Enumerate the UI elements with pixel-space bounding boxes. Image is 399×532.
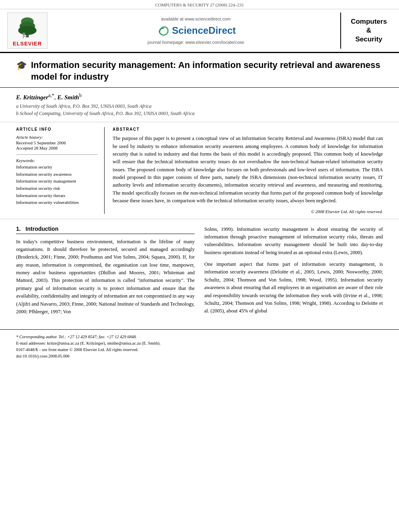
section1-number: 1.	[16, 226, 21, 232]
abstract-section: ABSTRACT The purpose of this paper is to…	[113, 127, 383, 214]
keyword-item: Information security vulnerabilities	[16, 199, 98, 206]
affiliation-a: a University of South Africa, P.O. Box 3…	[16, 103, 383, 109]
article-history: Received 5 September 2006 Accepted 28 Ma…	[16, 140, 98, 150]
elsevier-wordmark: ELSEVIER	[13, 41, 42, 47]
sciencedirect-area: available at www.sciencedirect.com Scien…	[56, 12, 336, 49]
title-section: 🎓 Information security management: An in…	[0, 53, 399, 88]
svg-point-4	[23, 33, 25, 35]
email-note: E-mail addresses: kritze@unisa.ac.za (E.…	[16, 340, 383, 347]
keyword-item: Information security	[16, 164, 98, 171]
sd-swirl-icon	[156, 23, 171, 38]
abstract-text: The purpose of this paper is to present …	[113, 135, 383, 205]
corresponding-author-note: * Corresponding author. Tel.: +27 12 429…	[16, 334, 383, 340]
keywords-list: Information securityInformation security…	[16, 164, 98, 206]
elsevier-logo: ELSEVIER	[7, 12, 47, 49]
authors-section: E. Kritzingera,*, E. Smithb a University…	[0, 88, 399, 122]
section1-heading: 1. Introduction	[16, 226, 195, 234]
article-info: ARTICLE INFO Article history: Received 5…	[16, 127, 105, 214]
journal-header: ELSEVIER available at www.sciencedirect.…	[0, 9, 399, 53]
keywords-label: Keywords:	[16, 158, 98, 163]
sd-text: ScienceDirect	[172, 25, 236, 36]
abstract-title: ABSTRACT	[113, 127, 383, 131]
keyword-item: Information security threats	[16, 192, 98, 199]
journal-name-area: Computers & Security	[340, 12, 393, 49]
sciencedirect-logo: ScienceDirect	[156, 23, 236, 38]
info-divider	[16, 154, 98, 155]
body-paragraph-1: In today's competitive business environm…	[16, 238, 195, 316]
article-info-title: ARTICLE INFO	[16, 127, 98, 131]
footer-section: * Corresponding author. Tel.: +27 12 429…	[0, 329, 399, 362]
section1-title: Introduction	[26, 226, 59, 232]
paper-title: Information security management: An info…	[31, 60, 383, 82]
keyword-item: Information security risk	[16, 185, 98, 192]
received-date: Received 5 September 2006	[16, 140, 98, 145]
author-a-name: E. Kritzinger	[16, 94, 48, 101]
rights-note: 0167-4048/$ – see front matter © 2008 El…	[16, 347, 383, 353]
info-abstract-section: ARTICLE INFO Article history: Received 5…	[0, 122, 399, 219]
authors-line: E. Kritzingera,*, E. Smithb	[16, 92, 383, 101]
author-a-sup: a,*	[48, 92, 54, 98]
author-b-name: E. Smith	[57, 94, 79, 101]
svg-line-5	[23, 35, 24, 38]
copyright-notice: © 2008 Elsevier Ltd. All rights reserved…	[113, 209, 383, 214]
svg-point-3	[18, 26, 37, 35]
body-paragraph-right-1: Solms, 1999). Information security manag…	[204, 226, 383, 257]
svg-line-6	[24, 36, 25, 37]
available-text: available at www.sciencedirect.com	[161, 16, 230, 21]
two-column-body: 1. Introduction In today's competitive b…	[16, 226, 383, 320]
journal-name: Computers & Security	[351, 17, 387, 44]
doi-note: doi:10.1016/j.cose.2008.05.006	[16, 353, 383, 359]
elsevier-logo-area: ELSEVIER	[3, 12, 51, 49]
journal-homepage: journal homepage: www.elsevier.com/locat…	[148, 40, 244, 45]
author-b-sup: b	[79, 92, 82, 98]
paper-icon: 🎓	[16, 60, 27, 71]
accepted-date: Accepted 28 May 2008	[16, 146, 98, 150]
journal-citation: COMPUTERS & SECURITY 27 (2008) 224–231	[0, 0, 399, 9]
body-content: 1. Introduction In today's competitive b…	[0, 219, 399, 327]
body-right-column: Solms, 1999). Information security manag…	[204, 226, 383, 320]
keyword-item: Information security management	[16, 178, 98, 185]
history-label: Article history:	[16, 135, 98, 140]
keyword-item: Information security awareness	[16, 171, 98, 178]
body-paragraph-right-2: One important aspect that forms part of …	[204, 261, 383, 315]
affiliation-b: b School of Computing, University of Sou…	[16, 111, 383, 117]
body-left-column: 1. Introduction In today's competitive b…	[16, 226, 195, 320]
